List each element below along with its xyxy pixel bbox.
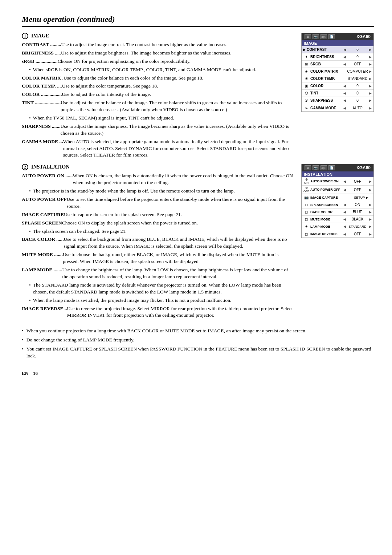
bullet-lamp2-text: When the lamp mode is switched, the proj… — [33, 297, 232, 304]
xga-label2-mutemode: MUTE MODE — [310, 218, 343, 221]
item-lampmode-label: LAMP MODE ....... — [22, 267, 62, 280]
xga-arrow2-r-lampmode: ▶ — [368, 224, 372, 228]
xga-arrow-r-tint: ▶ — [368, 91, 372, 95]
xga-arrow2-r-autopoweron: ▶ — [368, 179, 372, 183]
xga-arrow2-r-imagereverse: ▶ — [368, 232, 372, 236]
xga-label-colortemp: COLOR TEMP. — [310, 77, 343, 81]
note1: • When you continue projection for a lon… — [22, 328, 374, 335]
xga-icon2-backcolor: ◻ — [303, 210, 310, 214]
section2-number: 2 — [22, 164, 28, 170]
xga-arrow2-l-splash: ◀ — [343, 203, 347, 207]
bullet-autopoweron: • The projector is in the stand-by mode … — [29, 188, 294, 195]
xga-arrow2-r-mutemode: ▶ — [368, 217, 372, 221]
bullet-splash: • The splash screen can be changed. See … — [29, 228, 294, 235]
bullet-lamp1-sym: • — [29, 282, 31, 296]
bullet-splash-text: The splash screen can be changed. See pa… — [33, 228, 127, 235]
xga-row-contrast: ▶ CONTRAST ◀ 0 ▶ — [302, 46, 373, 53]
xga-row2-imagereverse: ◻ IMAGE REVERSE ◀ OFF ▶ — [302, 230, 373, 238]
xga-icon2-imagecapture: 📷 — [303, 195, 310, 199]
section1-layout: 1 IMAGE CONTRAST ......... Use to adjust… — [22, 33, 374, 160]
xga-value-gammamode: AUTO — [347, 106, 368, 110]
item-imagereverse: IMAGE REVERSE .. Use to reverse the proj… — [22, 305, 294, 319]
item-autopoweroff: AUTO POWER OFF Use to set the time elaps… — [22, 196, 294, 210]
xga-value2-backcolor: BLUE — [347, 210, 368, 214]
xga-panel-image: 🖥 📷 opt. 📄 XGA60 IMAGE ▶ CONTRAST ◀ 0 ▶ … — [301, 33, 374, 112]
item-brightness-desc: Use to adjust the image brightness. The … — [61, 50, 294, 57]
item-autopoweron: AUTO POWER ON ...... When ON is chosen, … — [22, 173, 294, 186]
item-brightness-label: BRIGHTNESS ..... — [22, 50, 61, 57]
section1-label: IMAGE — [31, 33, 49, 39]
item-contrast-desc: Use to adjust the image contrast. The co… — [61, 41, 294, 48]
xga-icon2-autopoweroff: ⚙OFF — [303, 186, 310, 193]
xga-arrow-r-brightness: ▶ — [368, 55, 372, 59]
xga-icon2: 📷 — [313, 34, 319, 39]
xga-icon2-3: opt. — [320, 165, 327, 170]
xga-row-sharpness: S SHARPNESS ◀ 0 ▶ — [302, 97, 373, 104]
section2-header: 2 INSTALLATION — [22, 164, 294, 170]
item-sharpness: SHARPNESS ....... Use to adjust the imag… — [22, 123, 294, 137]
xga-arrow2-l-lampmode: ◀ — [343, 224, 347, 228]
note3: • You can't set IMAGE CAPTURE or SPLASH … — [22, 346, 374, 360]
item-gammamode-desc: When AUTO is selected, the appropriate g… — [63, 138, 294, 159]
xga-icon2-autopoweron: ⚙ON — [303, 178, 310, 185]
xga-row2-autopoweroff: ⚙OFF AUTO POWER OFF ◀ OFF ▶ — [302, 186, 373, 194]
item-color: COLOR ................. Use to adjust th… — [22, 91, 294, 98]
xga-row-gammamode: ∿ GAMMA MODE ◀ AUTO ▶ — [302, 104, 373, 112]
xga-row2-splashscreen: ◻ SPLASH SCREEN ◀ ON ▶ — [302, 201, 373, 208]
note2: • Do not change the setting of LAMP MODE… — [22, 337, 374, 344]
item-gammamode: GAMMA MODE ... When AUTO is selected, th… — [22, 138, 294, 159]
bullet-lamp1-text: The STANDARD lamp mode is activated by d… — [33, 282, 294, 296]
xga-label-gammamode: GAMMA MODE — [310, 106, 343, 110]
xga-row2-backcolor: ◻ BACK COLOR ◀ BLUE ▶ — [302, 208, 373, 216]
item-backcolor: BACK COLOR ...... Use to select the back… — [22, 236, 294, 250]
item-colortemp: COLOR TEMP. .... Use to adjust the color… — [22, 83, 294, 90]
xga-selected-marker: ▶ — [303, 48, 306, 52]
xga-icon2-splashscreen: ◻ — [303, 203, 310, 207]
section1-number: 1 — [22, 33, 28, 39]
xga-icon2-imagereverse: ◻ — [303, 232, 310, 236]
note3-text: You can't set IMAGE CAPTURE or SPLASH SC… — [26, 346, 374, 360]
xga-arrow-r-color: ▶ — [368, 84, 372, 88]
item-color-desc: Use to adjust the color intensity of the… — [62, 91, 294, 98]
bottom-notes: • When you continue projection for a lon… — [22, 328, 374, 360]
xga-icon2-2: 📷 — [313, 165, 319, 170]
xga-title-image: XGA60 — [356, 34, 371, 39]
item-srgb-label: sRGB .................. — [22, 58, 58, 65]
note2-bullet: • — [22, 337, 24, 344]
item-splashscreen-label: SPLASH SCREEN — [22, 220, 62, 227]
item-colormatrix: COLOR MATRIX . Use to adjust the color b… — [22, 75, 294, 82]
bullet-tint-text: When the TV50 (PAL, SECAM) signal is inp… — [33, 115, 174, 122]
item-colortemp-label: COLOR TEMP. .... — [22, 83, 62, 90]
xga-value2-lampmode: STANDARD — [347, 225, 368, 228]
xga-row-colormatrix: ◈ COLOR MATRIX COMPUTER ▶ — [302, 68, 373, 75]
item-imagecapture-label: IMAGE CAPTURE — [22, 211, 64, 218]
item-imagereverse-desc: Use to reverse the projected image. Sele… — [67, 305, 294, 319]
xga-value-srgb: OFF — [347, 62, 368, 66]
xga-arrow-l-brightness: ◀ — [343, 55, 347, 59]
xga-icon1: 🖥 — [305, 34, 311, 39]
note1-text: When you continue projection for a long … — [26, 328, 307, 335]
item-colormatrix-label: COLOR MATRIX . — [22, 75, 64, 82]
bullet-srgb-text: When sRGB is ON, COLOR MATRIX, COLOR TEM… — [33, 66, 256, 73]
bullet-srgb: • When sRGB is ON, COLOR MATRIX, COLOR T… — [29, 66, 294, 73]
bullet-srgb-sym: • — [29, 66, 31, 73]
item-mutemode: MUTE MODE ....... Use to choose the back… — [22, 251, 294, 265]
page-title: Menu operation (continued) — [22, 15, 374, 27]
xga-icon-colormatrix: ◈ — [303, 69, 310, 73]
xga-arrow2-l-autopoweron: ◀ — [343, 179, 347, 183]
item-color-label: COLOR ................. — [22, 91, 62, 98]
xga-label-brightness: BRIGHTNESS — [310, 55, 343, 59]
xga-icon2-lampmode: ✦ — [303, 224, 310, 228]
item-contrast: CONTRAST ......... Use to adjust the ima… — [22, 41, 294, 48]
xga-row2-lampmode: ✦ LAMP MODE ◀ STANDARD ▶ — [302, 223, 373, 230]
item-sharpness-label: SHARPNESS ....... — [22, 123, 61, 137]
xga-label-srgb: sRGB — [310, 62, 343, 66]
xga-value-colormatrix: COMPUTER — [347, 69, 368, 73]
xga-label-contrast: CONTRAST — [306, 48, 343, 52]
xga-arrow2-r-splash: ▶ — [368, 203, 372, 207]
bullet-lamp2-sym: • — [29, 297, 31, 304]
item-colormatrix-desc: Use to adjust the color balance in each … — [64, 75, 294, 82]
item-splashscreen-desc: Choose ON to display the splash screen w… — [62, 220, 294, 227]
xga-label2-imagecapture: IMAGE CAPTURE — [310, 196, 350, 199]
xga-arrow-l-color: ◀ — [343, 84, 347, 88]
